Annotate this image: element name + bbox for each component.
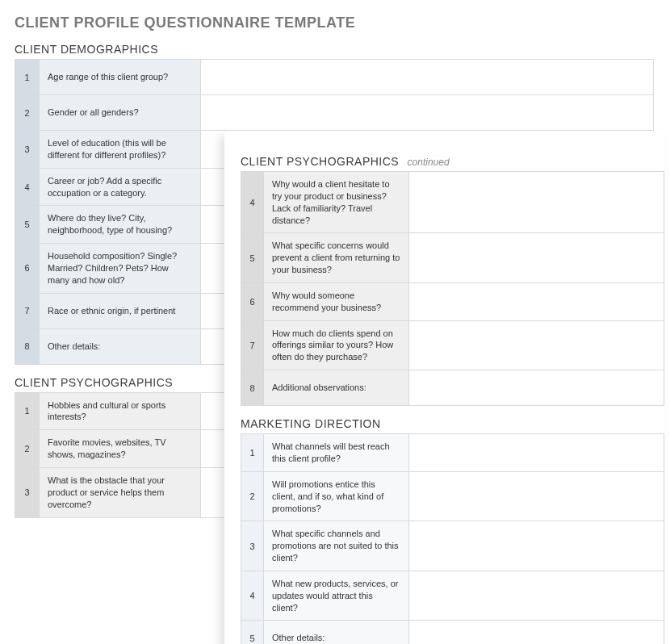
- row-num: 2: [15, 95, 40, 131]
- row-num: 7: [241, 320, 264, 370]
- row-answer[interactable]: [409, 434, 664, 472]
- section-title-marketing: MARKETING DIRECTION: [241, 417, 664, 430]
- row-question: Where do they live? City, neighborhood, …: [40, 206, 201, 244]
- row-question: Why would a client hesitate to try your …: [264, 172, 409, 233]
- row-question: Will promotions entice this client, and …: [264, 471, 409, 521]
- row-answer[interactable]: [409, 172, 664, 233]
- row-answer[interactable]: [409, 282, 664, 320]
- table-row: 4Why would a client hesitate to try your…: [241, 172, 664, 233]
- table-row: 4What new products, services, or updates…: [241, 571, 664, 621]
- row-question: What new products, services, or updates …: [264, 571, 409, 621]
- row-num: 5: [241, 621, 264, 644]
- row-question: Level of education (this will be differe…: [40, 131, 201, 169]
- row-question: Age range of this client group?: [40, 60, 201, 95]
- row-question: Other details:: [40, 328, 201, 364]
- table-row: 8Additional observations:: [241, 370, 664, 406]
- row-question: What specific concerns would prevent a c…: [264, 233, 409, 283]
- row-num: 1: [15, 392, 40, 430]
- table-row: 1Age range of this client group?: [15, 60, 654, 95]
- row-num: 4: [241, 172, 264, 233]
- row-num: 5: [15, 206, 40, 244]
- table-row: 3What specific channels and promotions a…: [241, 521, 664, 571]
- row-num: 4: [15, 168, 40, 206]
- row-question: What channels will best reach this clien…: [264, 434, 409, 472]
- section-title-demographics: CLIENT DEMOGRAPHICS: [15, 43, 654, 56]
- row-answer[interactable]: [201, 60, 654, 95]
- row-answer[interactable]: [201, 95, 654, 131]
- table-row: 2Gender or all genders?: [15, 95, 654, 131]
- row-num: 6: [15, 244, 40, 294]
- row-num: 4: [241, 571, 264, 621]
- row-num: 7: [15, 293, 40, 328]
- table-row: 6Why would someone recommend your busine…: [241, 282, 664, 320]
- page-2: CLIENT PSYCHOGRAPHICS continued 4Why wou…: [224, 131, 664, 644]
- row-question: What specific channels and promotions ar…: [264, 521, 409, 571]
- psychographics-cont-table: 4Why would a client hesitate to try your…: [241, 171, 664, 406]
- section-title-text: CLIENT PSYCHOGRAPHICS: [241, 155, 399, 168]
- row-answer[interactable]: [409, 571, 664, 621]
- table-row: 1What channels will best reach this clie…: [241, 434, 664, 472]
- marketing-table: 1What channels will best reach this clie…: [241, 433, 664, 644]
- row-num: 1: [15, 60, 40, 95]
- row-num: 3: [241, 521, 264, 571]
- row-num: 8: [241, 370, 264, 406]
- row-question: Career or job? Add a specific occupation…: [40, 168, 201, 206]
- row-question: Why would someone recommend your busines…: [264, 282, 409, 320]
- row-question: Additional observations:: [264, 370, 409, 406]
- row-num: 5: [241, 233, 264, 283]
- table-row: 7How much do clients spend on offerings …: [241, 320, 664, 370]
- row-num: 2: [241, 471, 264, 521]
- row-answer[interactable]: [409, 621, 664, 644]
- row-num: 8: [15, 328, 40, 364]
- row-num: 1: [241, 434, 264, 472]
- row-answer[interactable]: [409, 320, 664, 370]
- row-num: 3: [15, 467, 40, 517]
- row-num: 3: [15, 131, 40, 169]
- document-title: CLIENT PROFILE QUESTIONNAIRE TEMPLATE: [15, 15, 654, 31]
- table-row: 5What specific concerns would prevent a …: [241, 233, 664, 283]
- continued-label: continued: [408, 157, 450, 168]
- row-answer[interactable]: [409, 370, 664, 406]
- row-question: Gender or all genders?: [40, 95, 201, 131]
- row-question: Favorite movies, websites, TV shows, mag…: [40, 430, 201, 468]
- table-row: 5Other details:: [241, 621, 664, 644]
- row-question: What is the obstacle that your product o…: [40, 467, 201, 517]
- section-title-psychographics-continued: CLIENT PSYCHOGRAPHICS continued: [241, 155, 664, 168]
- row-question: How much do clients spend on offerings s…: [264, 320, 409, 370]
- row-answer[interactable]: [409, 521, 664, 571]
- row-question: Household composition? Single? Married? …: [40, 244, 201, 294]
- table-row: 2Will promotions entice this client, and…: [241, 471, 664, 521]
- row-question: Hobbies and cultural or sports interests…: [40, 392, 201, 430]
- row-question: Other details:: [264, 621, 409, 644]
- row-num: 6: [241, 282, 264, 320]
- row-question: Race or ethnic origin, if pertinent: [40, 293, 201, 328]
- row-answer[interactable]: [409, 471, 664, 521]
- row-num: 2: [15, 430, 40, 468]
- row-answer[interactable]: [409, 233, 664, 283]
